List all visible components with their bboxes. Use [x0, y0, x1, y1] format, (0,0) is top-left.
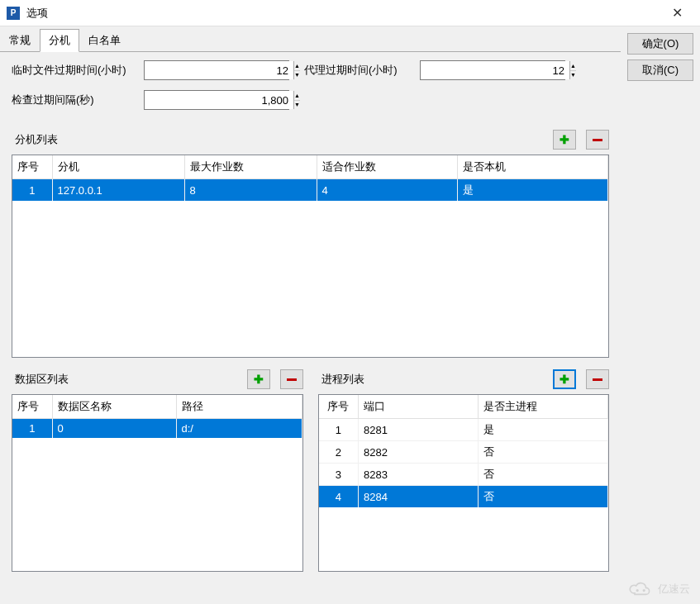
col-no[interactable]: 序号: [12, 395, 52, 419]
titlebar: P 选项 ✕: [0, 0, 700, 26]
spin-up-icon[interactable]: ▲: [294, 91, 300, 101]
table-row[interactable]: 4 8284 否: [319, 486, 608, 508]
col-path[interactable]: 路径: [176, 395, 302, 419]
plus-icon: ✚: [560, 373, 569, 386]
tab-general[interactable]: 常规: [0, 29, 40, 52]
col-ismain[interactable]: 是否主进程: [479, 395, 608, 419]
ext-remove-button[interactable]: [586, 130, 609, 150]
plus-icon: ✚: [560, 133, 569, 146]
data-remove-button[interactable]: [280, 369, 303, 389]
ext-list-table[interactable]: 序号 分机 最大作业数 适合作业数 是否本机 1 127.0.0.1 8 4 是: [12, 155, 609, 358]
svg-point-1: [643, 589, 645, 592]
col-name[interactable]: 数据区名称: [52, 395, 176, 419]
spin-down-icon[interactable]: ▼: [570, 71, 576, 80]
tab-extension[interactable]: 分机: [40, 29, 79, 52]
table-row[interactable]: 3 8283 否: [319, 464, 608, 486]
check-interval-spinner[interactable]: ▲ ▼: [144, 90, 289, 110]
window-title: 选项: [26, 6, 660, 21]
proxy-expire-input[interactable]: [421, 61, 569, 79]
temp-expire-label: 临时文件过期时间(小时): [12, 63, 136, 78]
minus-icon: [593, 378, 602, 381]
data-area-title: 数据区列表: [15, 372, 237, 387]
cancel-button[interactable]: 取消(C): [627, 59, 693, 81]
data-add-button[interactable]: ✚: [247, 369, 270, 389]
spin-down-icon[interactable]: ▼: [294, 101, 300, 110]
spin-up-icon[interactable]: ▲: [570, 61, 576, 71]
check-interval-label: 检查过期间隔(秒): [12, 93, 136, 107]
table-row[interactable]: 1 8281 是: [319, 419, 608, 441]
process-list-table[interactable]: 序号 端口 是否主进程 1 8281 是 2: [318, 394, 610, 572]
close-button[interactable]: ✕: [660, 2, 693, 25]
ext-list-title: 分机列表: [15, 132, 543, 147]
col-no[interactable]: 序号: [12, 155, 52, 179]
col-fitjobs[interactable]: 适合作业数: [317, 155, 457, 179]
ok-button[interactable]: 确定(O): [627, 33, 693, 55]
col-no[interactable]: 序号: [319, 395, 359, 419]
check-interval-input[interactable]: [145, 91, 293, 109]
watermark: 亿速云: [628, 581, 690, 597]
proxy-expire-spinner[interactable]: ▲ ▼: [420, 60, 565, 80]
app-icon: P: [7, 7, 20, 20]
col-ext[interactable]: 分机: [52, 155, 184, 179]
data-area-table[interactable]: 序号 数据区名称 路径 1 0 d:/: [12, 394, 303, 572]
temp-expire-spinner[interactable]: ▲ ▼: [144, 60, 289, 80]
cloud-icon: [628, 581, 655, 597]
table-row[interactable]: 1 0 d:/: [12, 419, 302, 439]
minus-icon: [287, 378, 297, 381]
svg-point-0: [636, 589, 639, 592]
process-remove-button[interactable]: [586, 369, 609, 389]
proxy-expire-label: 代理过期时间(小时): [304, 63, 412, 78]
minus-icon: [593, 139, 602, 141]
tabs: 常规 分机 白名单: [0, 26, 621, 52]
plus-icon: ✚: [254, 373, 264, 386]
col-port[interactable]: 端口: [359, 395, 479, 419]
col-maxjobs[interactable]: 最大作业数: [184, 155, 317, 179]
spin-up-icon[interactable]: ▲: [294, 61, 300, 71]
spin-down-icon[interactable]: ▼: [294, 71, 300, 80]
table-row[interactable]: 1 127.0.0.1 8 4 是: [12, 179, 608, 202]
ext-add-button[interactable]: ✚: [553, 130, 576, 150]
table-row[interactable]: 2 8282 否: [319, 441, 608, 464]
process-list-title: 进程列表: [321, 372, 544, 387]
temp-expire-input[interactable]: [145, 61, 293, 79]
tab-whitelist[interactable]: 白名单: [79, 29, 130, 52]
process-add-button[interactable]: ✚: [553, 369, 576, 389]
col-islocal[interactable]: 是否本机: [457, 155, 608, 179]
